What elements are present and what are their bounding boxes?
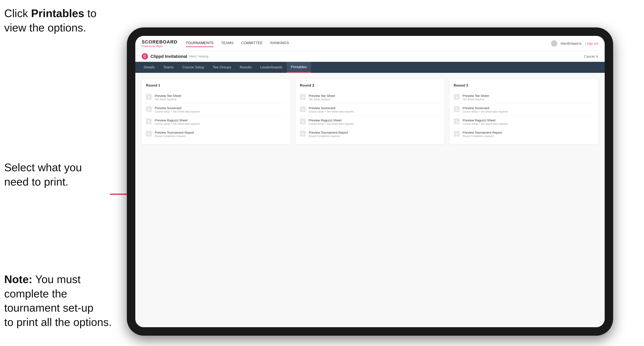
tablet-screen: SCOREBOARD Powered by clippd TOURNAMENTS… bbox=[135, 36, 605, 327]
r2-tee-sheet-name: Preview Tee Sheet bbox=[309, 94, 335, 98]
tab-results[interactable]: Results bbox=[236, 62, 256, 73]
bottom-annotation-bold: Note: bbox=[4, 273, 32, 285]
nav-committee[interactable]: COMMITTEE bbox=[241, 40, 262, 47]
r2-scorecard[interactable]: 📄 Preview Scorecard Course setup + Tee S… bbox=[300, 104, 440, 116]
bottom-annotation: Note: You mustcomplete thetournament set… bbox=[4, 272, 123, 329]
app-container: SCOREBOARD Powered by clippd TOURNAMENTS… bbox=[135, 36, 605, 327]
r2-tee-sheet-text: Preview Tee Sheet Tee Sheet required bbox=[309, 94, 335, 101]
r1-tournament-report-icon: 📄 bbox=[146, 131, 152, 137]
r2-raguzzi-req: Course setup + Tee Sheet data required bbox=[309, 122, 354, 125]
r1-raguzzi-name: Preview Raguzzi Sheet bbox=[155, 118, 200, 122]
r3-tee-sheet[interactable]: 📄 Preview Tee Sheet Tee Sheet required bbox=[454, 91, 594, 104]
r3-tournament-report-req: Round Completion required bbox=[462, 135, 502, 138]
r2-scorecard-text: Preview Scorecard Course setup + Tee She… bbox=[309, 106, 354, 113]
round-1-title: Round 1 bbox=[146, 83, 286, 88]
main-content: Round 1 📄 Preview Tee Sheet Tee Sheet re… bbox=[135, 73, 605, 327]
r1-scorecard[interactable]: 📄 Preview Scorecard Course setup + Tee S… bbox=[146, 104, 286, 116]
sub-header-title: Clippd Invitational bbox=[150, 54, 187, 59]
r1-tee-sheet-text: Preview Tee Sheet Tee Sheet required bbox=[155, 94, 181, 101]
r2-tournament-report-req: Round Completion required bbox=[309, 135, 348, 138]
brand-title: SCOREBOARD bbox=[142, 39, 178, 45]
tab-details[interactable]: Details bbox=[140, 62, 159, 73]
r3-tournament-report-icon: 📄 bbox=[454, 131, 460, 137]
sign-out-link[interactable]: | Sign out bbox=[585, 42, 598, 45]
r3-raguzzi-name: Preview Raguzzi Sheet bbox=[462, 118, 508, 122]
r2-tournament-report-text: Preview Tournament Report Round Completi… bbox=[309, 131, 348, 138]
cancel-button[interactable]: Cancel ✕ bbox=[584, 54, 598, 58]
r1-scorecard-icon: 📄 bbox=[146, 106, 152, 112]
r1-tee-sheet-name: Preview Tee Sheet bbox=[155, 94, 181, 98]
tab-leaderboards[interactable]: Leaderboards bbox=[256, 62, 287, 73]
r2-scorecard-name: Preview Scorecard bbox=[309, 106, 354, 110]
brand-sub: Powered by clippd bbox=[142, 45, 178, 48]
r3-scorecard-req: Course setup + Tee Sheet data required bbox=[462, 110, 508, 113]
r3-tournament-report[interactable]: 📄 Preview Tournament Report Round Comple… bbox=[454, 128, 594, 140]
sub-header-badge: (Men) bbox=[189, 55, 197, 58]
r2-tee-sheet-icon: 📄 bbox=[300, 94, 306, 100]
r1-raguzzi-icon: 📄 bbox=[146, 118, 152, 124]
r1-tee-sheet-req: Tee Sheet required bbox=[155, 98, 181, 101]
mid-annotation: Select what youneed to print. bbox=[4, 161, 114, 189]
tab-tee-groups[interactable]: Tee Groups bbox=[208, 62, 236, 73]
r1-tournament-report-text: Preview Tournament Report Round Completi… bbox=[155, 131, 194, 138]
mid-annotation-text: Select what youneed to print. bbox=[4, 161, 82, 188]
r3-tee-sheet-icon: 📄 bbox=[454, 94, 460, 100]
r2-scorecard-req: Course setup + Tee Sheet data required bbox=[309, 110, 354, 113]
tablet-shell: SCOREBOARD Powered by clippd TOURNAMENTS… bbox=[127, 27, 613, 336]
r3-tee-sheet-name: Preview Tee Sheet bbox=[462, 94, 489, 98]
r3-raguzzi[interactable]: 📄 Preview Raguzzi Sheet Course setup + T… bbox=[454, 116, 594, 128]
r1-raguzzi-req: Course setup + Tee Sheet data required bbox=[155, 122, 200, 125]
r2-raguzzi-text: Preview Raguzzi Sheet Course setup + Tee… bbox=[309, 118, 354, 125]
r1-tournament-report[interactable]: 📄 Preview Tournament Report Round Comple… bbox=[146, 128, 286, 140]
r3-raguzzi-req: Course setup + Tee Sheet data required bbox=[462, 122, 508, 125]
nav-teams[interactable]: TEAMS bbox=[221, 40, 234, 47]
r2-tee-sheet-req: Tee Sheet required bbox=[309, 98, 335, 101]
r3-scorecard-text: Preview Scorecard Course setup + Tee She… bbox=[462, 106, 508, 113]
brand: SCOREBOARD Powered by clippd bbox=[142, 39, 178, 48]
round-1-column: Round 1 📄 Preview Tee Sheet Tee Sheet re… bbox=[142, 79, 290, 144]
rounds-grid: Round 1 📄 Preview Tee Sheet Tee Sheet re… bbox=[142, 79, 598, 144]
top-annotation-bold: Printables bbox=[31, 7, 84, 19]
r1-tournament-report-req: Round Completion required bbox=[155, 135, 194, 138]
nav-tournaments[interactable]: TOURNAMENTS bbox=[186, 40, 214, 47]
r3-scorecard-name: Preview Scorecard bbox=[462, 106, 508, 110]
top-nav-right: blair@clippd.io | Sign out bbox=[551, 40, 598, 47]
r3-tournament-report-text: Preview Tournament Report Round Completi… bbox=[462, 131, 502, 138]
sub-header-status: Hosting bbox=[198, 55, 208, 58]
r1-tee-sheet-icon: 📄 bbox=[146, 94, 152, 100]
r2-tee-sheet[interactable]: 📄 Preview Tee Sheet Tee Sheet required bbox=[300, 91, 440, 104]
r3-scorecard[interactable]: 📄 Preview Scorecard Course setup + Tee S… bbox=[454, 104, 594, 116]
r2-raguzzi[interactable]: 📄 Preview Raguzzi Sheet Course setup + T… bbox=[300, 116, 440, 128]
r1-raguzzi-text: Preview Raguzzi Sheet Course setup + Tee… bbox=[155, 118, 200, 125]
tab-teams[interactable]: Teams bbox=[159, 62, 178, 73]
r2-raguzzi-name: Preview Raguzzi Sheet bbox=[309, 118, 354, 122]
top-annotation-text1: Click bbox=[4, 7, 31, 19]
round-3-column: Round 3 📄 Preview Tee Sheet Tee Sheet re… bbox=[450, 79, 598, 144]
top-nav: SCOREBOARD Powered by clippd TOURNAMENTS… bbox=[135, 36, 605, 51]
r3-tee-sheet-text: Preview Tee Sheet Tee Sheet required bbox=[462, 94, 489, 101]
tab-printables[interactable]: Printables bbox=[287, 62, 311, 73]
sub-header: C Clippd Invitational (Men) Hosting Canc… bbox=[135, 51, 605, 62]
r1-tee-sheet[interactable]: 📄 Preview Tee Sheet Tee Sheet required bbox=[146, 91, 286, 104]
r2-scorecard-icon: 📄 bbox=[300, 106, 306, 112]
r3-raguzzi-icon: 📄 bbox=[454, 118, 460, 124]
r3-raguzzi-text: Preview Raguzzi Sheet Course setup + Tee… bbox=[462, 118, 508, 125]
top-annotation: Click Printables toview the options. bbox=[4, 6, 106, 35]
r3-scorecard-icon: 📄 bbox=[454, 106, 460, 112]
r3-tee-sheet-req: Tee Sheet required bbox=[462, 98, 489, 101]
round-3-title: Round 3 bbox=[454, 83, 594, 88]
r3-tournament-report-name: Preview Tournament Report bbox=[462, 131, 502, 134]
r2-tournament-report[interactable]: 📄 Preview Tournament Report Round Comple… bbox=[300, 128, 440, 140]
nav-rankings[interactable]: RANKINGS bbox=[270, 40, 289, 47]
r1-raguzzi[interactable]: 📄 Preview Raguzzi Sheet Course setup + T… bbox=[146, 116, 286, 128]
user-avatar bbox=[551, 40, 557, 47]
tab-course-setup[interactable]: Course Setup bbox=[178, 62, 208, 73]
sub-header-logo: C bbox=[142, 53, 148, 59]
round-2-title: Round 2 bbox=[300, 83, 440, 88]
top-nav-links: TOURNAMENTS TEAMS COMMITTEE RANKINGS bbox=[186, 40, 551, 47]
round-2-column: Round 2 📄 Preview Tee Sheet Tee Sheet re… bbox=[296, 79, 444, 144]
user-email: blair@clippd.io bbox=[561, 42, 582, 45]
r1-scorecard-name: Preview Scorecard bbox=[155, 106, 200, 110]
r2-raguzzi-icon: 📄 bbox=[300, 118, 306, 124]
r2-tournament-report-icon: 📄 bbox=[300, 131, 306, 137]
